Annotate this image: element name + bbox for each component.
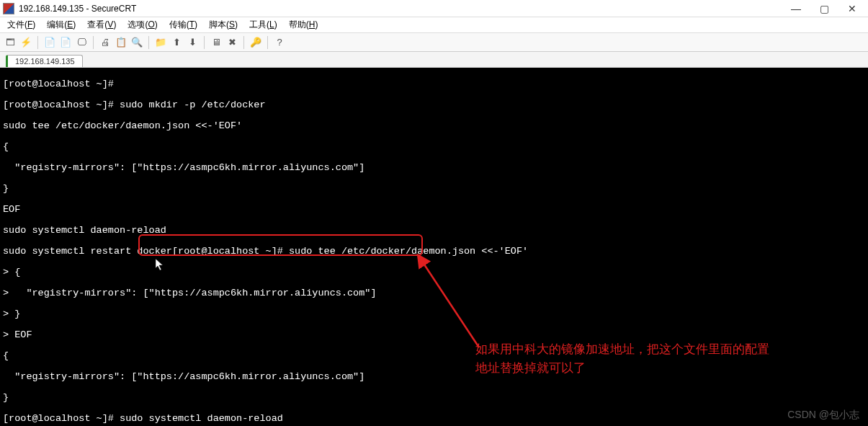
print-icon[interactable]: 🖨 (99, 37, 111, 48)
terminal-line: > { (3, 267, 865, 278)
terminal-line: [root@localhost ~]# sudo mkdir -p /etc/d… (3, 100, 865, 111)
minimize-button[interactable]: — (788, 3, 804, 14)
session-tab[interactable]: 192.168.149.135 (6, 55, 83, 67)
menu-tools[interactable]: 工具(L) (245, 17, 282, 32)
new-session-icon[interactable]: 📄 (44, 37, 55, 48)
terminal-line: { (3, 351, 865, 362)
toolbar: 🗔 ⚡ 📄 📄 🖵 🖨 📋 🔍 📁 ⬆ ⬇ 🖥 ✖ 🔑 ? (0, 33, 868, 52)
key-icon[interactable]: 🔑 (250, 37, 261, 48)
terminal[interactable]: [root@localhost ~]# [root@localhost ~]# … (0, 68, 868, 426)
terminal-line: > } (3, 309, 865, 320)
window-title: 192.168.149.135 - SecureCRT (19, 4, 788, 14)
separator (267, 36, 268, 49)
terminal-line: } (3, 184, 865, 195)
disconnect-icon[interactable]: ✖ (226, 37, 238, 48)
separator (93, 36, 94, 49)
separator (204, 36, 205, 49)
terminal-line: sudo tee /etc/docker/daemon.json <<-'EOF… (3, 121, 865, 132)
copy-icon[interactable]: 📋 (115, 37, 127, 48)
menubar: 文件(F) 编辑(E) 查看(V) 选项(O) 传输(T) 脚本(S) 工具(L… (0, 17, 868, 33)
separator (37, 36, 38, 49)
upload-icon[interactable]: ⬆ (171, 37, 182, 48)
separator (243, 36, 244, 49)
find-icon[interactable]: 🔍 (131, 37, 143, 48)
titlebar: 192.168.149.135 - SecureCRT — ▢ ✕ (0, 0, 868, 17)
terminal-line: [root@localhost ~]# sudo systemctl daemo… (3, 414, 865, 425)
menu-file[interactable]: 文件(F) (3, 17, 40, 32)
separator (148, 36, 149, 49)
terminal-line: "registry-mirrors": ["https://asmpc6kh.m… (3, 372, 865, 383)
session-icon[interactable]: 🗔 (4, 37, 16, 48)
help-icon[interactable]: ? (274, 37, 285, 48)
menu-edit[interactable]: 编辑(E) (42, 17, 80, 32)
properties-icon[interactable]: 🖥 (210, 37, 222, 48)
terminal-line: sudo systemctl daemon-reload (3, 226, 865, 236)
terminal-line: "registry-mirrors": ["https://asmpc6kh.m… (3, 163, 865, 174)
terminal-line: sudo systemctl restart docker[root@local… (3, 247, 865, 257)
terminal-line: EOF (3, 205, 865, 216)
tabbar: 192.168.149.135 (0, 52, 868, 68)
terminal-line: > "registry-mirrors": ["https://asmpc6kh… (3, 288, 865, 299)
clone-session-icon[interactable]: 📄 (60, 37, 71, 48)
terminal-line: [root@localhost ~]# (3, 79, 865, 90)
menu-options[interactable]: 选项(O) (123, 17, 161, 32)
reconnect-icon[interactable]: 🖵 (76, 37, 87, 48)
app-icon (3, 3, 14, 14)
quick-connect-icon[interactable]: ⚡ (20, 37, 32, 48)
menu-view[interactable]: 查看(V) (83, 17, 120, 32)
download-icon[interactable]: ⬇ (187, 37, 198, 48)
menu-help[interactable]: 帮助(H) (285, 17, 323, 32)
close-button[interactable]: ✕ (845, 3, 859, 14)
menu-script[interactable]: 脚本(S) (205, 17, 242, 32)
window-controls: — ▢ ✕ (788, 3, 865, 14)
folder-icon[interactable]: 📁 (155, 37, 166, 48)
terminal-line: } (3, 393, 865, 404)
watermark: CSDN @包小志 (787, 409, 859, 422)
maximize-button[interactable]: ▢ (817, 3, 832, 14)
terminal-line: { (3, 142, 865, 153)
menu-transfer[interactable]: 传输(T) (165, 17, 202, 32)
terminal-line: > EOF (3, 330, 865, 341)
